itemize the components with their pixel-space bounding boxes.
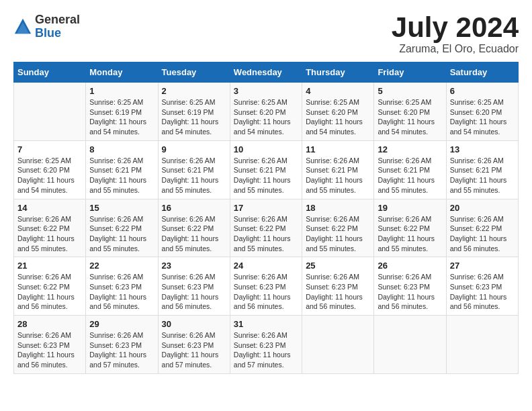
day-info: Sunrise: 6:25 AMSunset: 6:19 PMDaylight:… <box>89 97 154 137</box>
calendar-cell: 26Sunrise: 6:26 AMSunset: 6:23 PMDayligh… <box>374 257 446 316</box>
day-info: Sunrise: 6:26 AMSunset: 6:22 PMDaylight:… <box>378 214 442 254</box>
calendar-week-row: 28Sunrise: 6:26 AMSunset: 6:23 PMDayligh… <box>14 316 519 374</box>
day-info: Sunrise: 6:26 AMSunset: 6:22 PMDaylight:… <box>450 214 515 254</box>
day-info: Sunrise: 6:25 AMSunset: 6:20 PMDaylight:… <box>234 97 298 137</box>
calendar-cell: 22Sunrise: 6:26 AMSunset: 6:23 PMDayligh… <box>86 257 158 316</box>
logo-general: General <box>35 13 80 27</box>
calendar-cell <box>374 316 446 374</box>
calendar-week-row: 1Sunrise: 6:25 AMSunset: 6:19 PMDaylight… <box>14 83 519 141</box>
calendar-cell: 10Sunrise: 6:26 AMSunset: 6:21 PMDayligh… <box>230 140 302 199</box>
day-info: Sunrise: 6:26 AMSunset: 6:22 PMDaylight:… <box>17 272 82 312</box>
title-area: July 2024 Zaruma, El Oro, Ecuador <box>392 13 519 55</box>
calendar-cell: 2Sunrise: 6:25 AMSunset: 6:19 PMDaylight… <box>158 83 230 141</box>
calendar-cell: 11Sunrise: 6:26 AMSunset: 6:21 PMDayligh… <box>302 140 374 199</box>
calendar-cell <box>446 316 518 374</box>
day-info: Sunrise: 6:25 AMSunset: 6:20 PMDaylight:… <box>306 97 370 137</box>
calendar-cell: 3Sunrise: 6:25 AMSunset: 6:20 PMDaylight… <box>230 83 302 141</box>
day-number: 7 <box>17 144 82 154</box>
day-number: 16 <box>162 203 226 213</box>
day-info: Sunrise: 6:26 AMSunset: 6:22 PMDaylight:… <box>162 214 226 254</box>
weekday-header: Monday <box>86 62 158 83</box>
calendar-cell: 30Sunrise: 6:26 AMSunset: 6:23 PMDayligh… <box>158 316 230 374</box>
day-info: Sunrise: 6:26 AMSunset: 6:22 PMDaylight:… <box>17 214 82 254</box>
day-number: 6 <box>450 86 515 96</box>
calendar-header-row: SundayMondayTuesdayWednesdayThursdayFrid… <box>14 62 519 83</box>
calendar-cell: 12Sunrise: 6:26 AMSunset: 6:21 PMDayligh… <box>374 140 446 199</box>
day-info: Sunrise: 6:26 AMSunset: 6:23 PMDaylight:… <box>162 330 226 370</box>
day-info: Sunrise: 6:26 AMSunset: 6:23 PMDaylight:… <box>17 330 82 370</box>
day-info: Sunrise: 6:26 AMSunset: 6:21 PMDaylight:… <box>450 156 515 195</box>
calendar-cell <box>14 83 86 141</box>
calendar-cell: 1Sunrise: 6:25 AMSunset: 6:19 PMDaylight… <box>86 83 158 141</box>
calendar-cell: 18Sunrise: 6:26 AMSunset: 6:22 PMDayligh… <box>302 199 374 257</box>
calendar-cell: 28Sunrise: 6:26 AMSunset: 6:23 PMDayligh… <box>14 316 86 374</box>
calendar-cell: 4Sunrise: 6:25 AMSunset: 6:20 PMDaylight… <box>302 83 374 141</box>
weekday-header: Sunday <box>14 62 86 83</box>
calendar-cell: 24Sunrise: 6:26 AMSunset: 6:23 PMDayligh… <box>230 257 302 316</box>
location: Zaruma, El Oro, Ecuador <box>392 43 519 55</box>
calendar-cell: 8Sunrise: 6:26 AMSunset: 6:21 PMDaylight… <box>86 140 158 199</box>
day-number: 4 <box>306 86 370 96</box>
day-number: 18 <box>306 203 370 213</box>
calendar-cell: 14Sunrise: 6:26 AMSunset: 6:22 PMDayligh… <box>14 199 86 257</box>
calendar-cell: 20Sunrise: 6:26 AMSunset: 6:22 PMDayligh… <box>446 199 518 257</box>
weekday-header: Wednesday <box>230 62 302 83</box>
day-number: 1 <box>89 86 154 96</box>
month-title: July 2024 <box>392 13 519 42</box>
day-info: Sunrise: 6:26 AMSunset: 6:23 PMDaylight:… <box>450 272 515 312</box>
calendar-cell: 19Sunrise: 6:26 AMSunset: 6:22 PMDayligh… <box>374 199 446 257</box>
day-number: 17 <box>234 203 298 213</box>
calendar-cell: 27Sunrise: 6:26 AMSunset: 6:23 PMDayligh… <box>446 257 518 316</box>
calendar-cell: 31Sunrise: 6:26 AMSunset: 6:23 PMDayligh… <box>230 316 302 374</box>
day-info: Sunrise: 6:25 AMSunset: 6:20 PMDaylight:… <box>450 97 515 137</box>
day-info: Sunrise: 6:26 AMSunset: 6:21 PMDaylight:… <box>162 156 226 195</box>
logo-icon <box>13 17 32 36</box>
day-number: 9 <box>162 144 226 154</box>
day-info: Sunrise: 6:26 AMSunset: 6:22 PMDaylight:… <box>234 214 298 254</box>
day-number: 15 <box>89 203 154 213</box>
calendar-cell: 13Sunrise: 6:26 AMSunset: 6:21 PMDayligh… <box>446 140 518 199</box>
day-info: Sunrise: 6:26 AMSunset: 6:21 PMDaylight:… <box>378 156 442 195</box>
day-info: Sunrise: 6:26 AMSunset: 6:23 PMDaylight:… <box>89 330 154 370</box>
calendar-week-row: 7Sunrise: 6:25 AMSunset: 6:20 PMDaylight… <box>14 140 519 199</box>
day-info: Sunrise: 6:26 AMSunset: 6:22 PMDaylight:… <box>306 214 370 254</box>
day-number: 3 <box>234 86 298 96</box>
day-number: 25 <box>306 261 370 271</box>
day-number: 5 <box>378 86 442 96</box>
day-info: Sunrise: 6:26 AMSunset: 6:23 PMDaylight:… <box>234 272 298 312</box>
day-number: 8 <box>89 144 154 154</box>
calendar-cell: 23Sunrise: 6:26 AMSunset: 6:23 PMDayligh… <box>158 257 230 316</box>
calendar-cell <box>302 316 374 374</box>
logo-text: General Blue <box>35 13 80 40</box>
day-number: 28 <box>17 319 82 329</box>
day-number: 30 <box>162 319 226 329</box>
weekday-header: Tuesday <box>158 62 230 83</box>
day-number: 11 <box>306 144 370 154</box>
day-number: 29 <box>89 319 154 329</box>
day-number: 26 <box>378 261 442 271</box>
day-info: Sunrise: 6:26 AMSunset: 6:23 PMDaylight:… <box>306 272 370 312</box>
calendar-week-row: 21Sunrise: 6:26 AMSunset: 6:22 PMDayligh… <box>14 257 519 316</box>
day-info: Sunrise: 6:26 AMSunset: 6:21 PMDaylight:… <box>89 156 154 195</box>
day-number: 19 <box>378 203 442 213</box>
weekday-header: Friday <box>374 62 446 83</box>
calendar-cell: 5Sunrise: 6:25 AMSunset: 6:20 PMDaylight… <box>374 83 446 141</box>
day-info: Sunrise: 6:26 AMSunset: 6:23 PMDaylight:… <box>234 330 298 370</box>
logo: General Blue <box>13 13 80 40</box>
day-number: 2 <box>162 86 226 96</box>
calendar-cell: 29Sunrise: 6:26 AMSunset: 6:23 PMDayligh… <box>86 316 158 374</box>
calendar-cell: 25Sunrise: 6:26 AMSunset: 6:23 PMDayligh… <box>302 257 374 316</box>
day-info: Sunrise: 6:26 AMSunset: 6:23 PMDaylight:… <box>89 272 154 312</box>
day-info: Sunrise: 6:25 AMSunset: 6:19 PMDaylight:… <box>162 97 226 137</box>
page-header: General Blue July 2024 Zaruma, El Oro, E… <box>13 13 519 55</box>
day-info: Sunrise: 6:26 AMSunset: 6:23 PMDaylight:… <box>162 272 226 312</box>
day-number: 22 <box>89 261 154 271</box>
day-info: Sunrise: 6:25 AMSunset: 6:20 PMDaylight:… <box>17 156 82 195</box>
day-number: 14 <box>17 203 82 213</box>
calendar-cell: 9Sunrise: 6:26 AMSunset: 6:21 PMDaylight… <box>158 140 230 199</box>
day-info: Sunrise: 6:25 AMSunset: 6:20 PMDaylight:… <box>378 97 442 137</box>
calendar-cell: 17Sunrise: 6:26 AMSunset: 6:22 PMDayligh… <box>230 199 302 257</box>
day-info: Sunrise: 6:26 AMSunset: 6:21 PMDaylight:… <box>306 156 370 195</box>
calendar-week-row: 14Sunrise: 6:26 AMSunset: 6:22 PMDayligh… <box>14 199 519 257</box>
day-info: Sunrise: 6:26 AMSunset: 6:21 PMDaylight:… <box>234 156 298 195</box>
